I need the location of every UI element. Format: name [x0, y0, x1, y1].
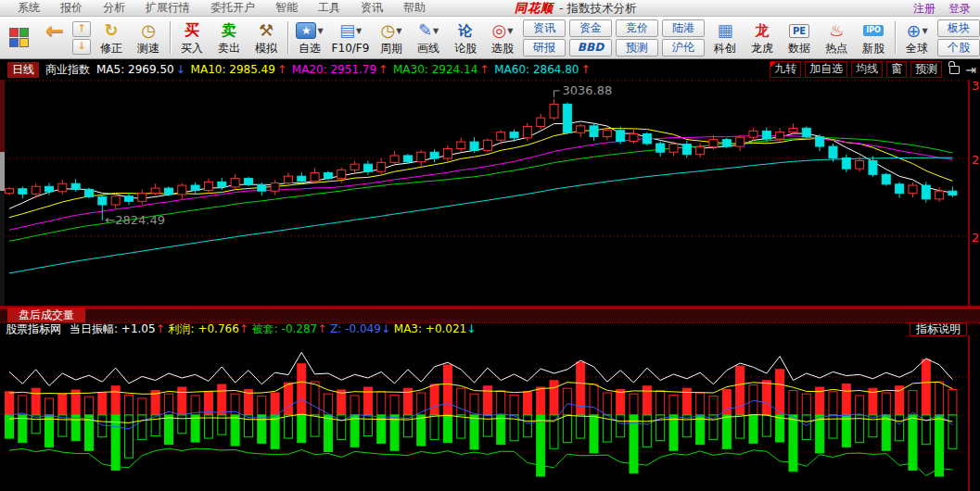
data-pe-button[interactable]: PE数据	[781, 18, 818, 57]
draw-line-button[interactable]: ✎▼画线	[410, 18, 447, 57]
globe-icon: ⊕	[906, 20, 921, 41]
menu-item-trade-account[interactable]: 委托开户	[200, 0, 265, 16]
down-arrow-button[interactable]: ↓	[72, 39, 91, 55]
toolbar-separator	[170, 21, 171, 54]
ma-value: MA10: 2985.49	[191, 63, 275, 76]
hot-topics-button[interactable]: ♨热点	[818, 18, 855, 57]
indicator-header: 股票指标网 当日振幅: +1.05↑ 利润: +0.766↑ 被套: -0.28…	[0, 322, 980, 335]
menu-item-quotes[interactable]: 报价	[50, 0, 93, 16]
star-market-label: 科创	[714, 42, 736, 56]
hot-topics-label: 热点	[825, 42, 847, 56]
unlock-icon[interactable]	[949, 66, 960, 74]
goto-latest-icon[interactable]: ⇥	[965, 62, 976, 77]
sell-label: 卖出	[218, 42, 240, 56]
window-title-text: - 指数技术分析	[559, 1, 636, 17]
dragon-icon: 龙	[756, 20, 770, 41]
menu-item-help[interactable]: 帮助	[393, 0, 436, 16]
funds-bbd-button-1[interactable]: 资金	[569, 19, 612, 37]
dropdown-caret-icon[interactable]: ▼	[922, 27, 927, 35]
funds-bbd-buttons: 资金BBD	[567, 18, 614, 57]
after-hours-volume-tab[interactable]: 盘后成交量	[7, 308, 85, 322]
dropdown-caret-icon[interactable]: ▼	[433, 27, 439, 35]
register-link[interactable]: 注册	[913, 1, 935, 17]
window-toggle-button[interactable]: 窗	[886, 61, 907, 78]
panel-divider: 盘后成交量	[0, 308, 980, 322]
menu-item-analysis[interactable]: 分析	[93, 0, 135, 16]
indicator-source: 股票指标网	[6, 321, 61, 337]
dragon-tiger-button[interactable]: 龙龙虎	[744, 18, 781, 57]
trend-arrow-icon: ↑	[277, 63, 286, 76]
sector-stock-button-1[interactable]: 板块	[937, 19, 980, 37]
menu-item-extended-quotes[interactable]: 扩展行情	[135, 0, 200, 16]
sell-button[interactable]: 卖卖出	[210, 18, 248, 57]
watchlist-button[interactable]: ★▼自选	[291, 18, 328, 57]
up-arrow-button[interactable]: ↑	[72, 21, 91, 37]
add-watchlist-button[interactable]: 加自选	[805, 61, 847, 78]
indicator-field: 利润: +0.766	[169, 322, 239, 335]
app-logo: 同花顺	[515, 0, 554, 17]
new-shares-label: 新股	[862, 42, 885, 56]
news-research-button-2[interactable]: 研报	[523, 39, 566, 57]
funds-bbd-button-2[interactable]: BBD	[569, 39, 612, 57]
dropdown-caret-icon[interactable]: ▼	[396, 27, 401, 35]
global-button[interactable]: ⊕▼全球	[898, 18, 935, 57]
login-link[interactable]: 登录	[948, 1, 971, 17]
watchlist-label: 自选	[299, 42, 321, 56]
back-icon: ←	[45, 20, 64, 41]
lun-icon: 论	[459, 20, 473, 41]
menu-item-tools[interactable]: 工具	[308, 0, 350, 16]
gavel-icon: ⚒	[259, 20, 274, 41]
auction-forecast-button-2[interactable]: 预测	[616, 39, 658, 57]
period-tab[interactable]: 日线	[7, 62, 39, 78]
speed-test-button[interactable]: ◷测速	[130, 18, 167, 57]
main-candlestick-chart[interactable]: 3223036.88←2824.49	[0, 80, 980, 308]
indicator-field: 当日振幅: +1.05	[70, 322, 156, 335]
auction-forecast-button-1[interactable]: 竞价	[616, 19, 658, 37]
forecast-button[interactable]: 预测	[910, 61, 942, 78]
menu-item-news[interactable]: 资讯	[350, 0, 393, 16]
chart-header-buttons: 九转加自选均线窗预测⇥	[770, 59, 976, 80]
menu-items: 系统报价分析扩展行情委托开户智能工具资讯帮助	[0, 0, 436, 16]
indicator-help-button[interactable]: 指标说明	[910, 322, 967, 336]
new-shares-button[interactable]: IPO新股	[855, 18, 892, 57]
chart-header: 日线 商业指数 MA5: 2969.50↓ MA10: 2985.49↑ MA2…	[0, 59, 980, 80]
ma-value: MA5: 2969.50	[96, 63, 174, 76]
trend-arrow-icon: ↓	[176, 63, 185, 76]
indicator-values: 当日振幅: +1.05↑ 利润: +0.766↑ 被套: -0.287↑ Z: …	[70, 321, 476, 337]
simulate-button[interactable]: ⚒模拟	[248, 18, 285, 57]
data-pe-label: 数据	[788, 42, 810, 56]
star-icon: ★	[296, 22, 316, 39]
buy-button[interactable]: 买买入	[173, 18, 210, 57]
star-market-button[interactable]: ▦科创	[706, 18, 744, 57]
f10-f9-button[interactable]: ▤▼F10/F9	[328, 18, 373, 57]
dropdown-caret-icon[interactable]: ▼	[356, 27, 362, 35]
news-research-button-1[interactable]: 资讯	[523, 19, 566, 37]
market-grid-icon[interactable]	[2, 18, 37, 57]
stock-picker-label: 选股	[491, 42, 514, 56]
back-button[interactable]: ←	[37, 18, 72, 57]
stock-picker-button[interactable]: ◎▼选股	[484, 18, 521, 57]
dropdown-caret-icon[interactable]: ▼	[317, 27, 323, 35]
dropdown-caret-icon[interactable]: ▼	[507, 27, 513, 35]
news-research-buttons: 资讯研报	[521, 18, 567, 57]
app-window: 系统报价分析扩展行情委托开户智能工具资讯帮助 同花顺 - 指数技术分析 注册 登…	[0, 0, 980, 491]
ma-toggle-button[interactable]: 均线	[851, 61, 883, 78]
hk-london-button-1[interactable]: 陆港	[662, 19, 705, 37]
doc-icon: ▤	[339, 20, 355, 41]
indicator-bar-chart[interactable]	[0, 335, 980, 491]
hk-london-button-2[interactable]: 沪伦	[662, 39, 705, 57]
global-label: 全球	[906, 42, 928, 56]
correct-button[interactable]: ↻修正	[93, 18, 130, 57]
nine-turn-button[interactable]: 九转	[770, 61, 801, 78]
period-button[interactable]: ◷▼周期	[373, 18, 410, 57]
stock-forum-button[interactable]: 论论股	[447, 18, 484, 57]
high-annotation: 3036.88	[563, 83, 613, 97]
y-axis-label: 2	[972, 153, 979, 167]
draw-line-label: 画线	[417, 42, 439, 56]
window-title: 同花顺 - 指数技术分析	[515, 0, 636, 17]
indicator-field: Z: -0.049	[330, 322, 381, 335]
sector-stock-button-2[interactable]: 个股	[937, 39, 980, 57]
symbol-name: 商业指数	[45, 62, 90, 78]
menu-item-system[interactable]: 系统	[7, 0, 50, 16]
menu-item-smart[interactable]: 智能	[265, 0, 308, 16]
